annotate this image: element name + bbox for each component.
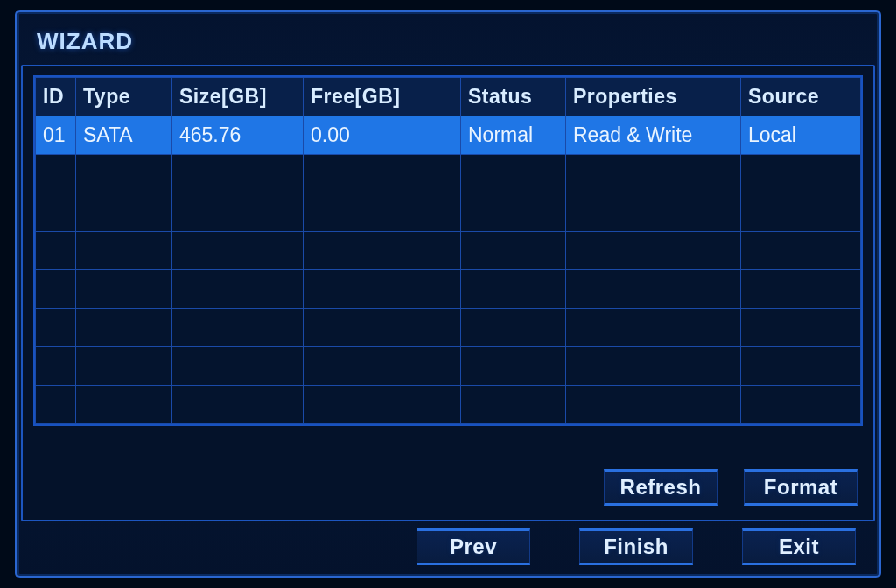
cell-empty: . (741, 309, 861, 347)
cell-empty: . (172, 309, 304, 347)
prev-button[interactable]: Prev (416, 528, 530, 565)
cell-empty: . (566, 347, 741, 386)
cell-empty: . (304, 347, 461, 386)
cell-empty: . (741, 193, 861, 232)
table-row[interactable]: ....... (36, 347, 861, 386)
cell-source: Local (741, 116, 861, 155)
cell-empty: . (76, 347, 172, 386)
cell-empty: . (76, 309, 172, 347)
cell-empty: . (304, 155, 461, 193)
col-status: Status (461, 78, 566, 116)
col-source: Source (741, 78, 861, 116)
cell-empty: . (36, 155, 76, 193)
table-header-row: ID Type Size[GB] Free[GB] Status Propert… (36, 78, 861, 116)
table-actions: Refresh Format (33, 453, 863, 511)
table-row[interactable]: ....... (36, 232, 861, 270)
col-size: Size[GB] (172, 78, 304, 116)
cell-empty: . (172, 232, 304, 270)
format-button[interactable]: Format (744, 469, 858, 506)
cell-properties: Read & Write (566, 116, 741, 155)
cell-empty: . (566, 270, 741, 309)
cell-empty: . (36, 309, 76, 347)
cell-empty: . (461, 155, 566, 193)
cell-empty: . (461, 309, 566, 347)
cell-empty: . (304, 193, 461, 232)
table-row[interactable]: ....... (36, 309, 861, 347)
cell-empty: . (304, 270, 461, 309)
disk-table: ID Type Size[GB] Free[GB] Status Propert… (35, 77, 861, 424)
col-free: Free[GB] (304, 78, 461, 116)
cell-empty: . (172, 155, 304, 193)
cell-empty: . (566, 309, 741, 347)
cell-empty: . (172, 193, 304, 232)
cell-empty: . (461, 270, 566, 309)
dialog-footer: Prev Finish Exit (21, 522, 875, 572)
cell-empty: . (741, 155, 861, 193)
cell-empty: . (461, 386, 566, 424)
dialog-title: WIZARD (21, 16, 875, 65)
cell-empty: . (36, 232, 76, 270)
cell-empty: . (461, 232, 566, 270)
exit-button[interactable]: Exit (742, 528, 856, 565)
cell-empty: . (566, 193, 741, 232)
cell-empty: . (172, 270, 304, 309)
cell-empty: . (36, 386, 76, 424)
cell-empty: . (304, 232, 461, 270)
cell-empty: . (76, 270, 172, 309)
cell-empty: . (741, 347, 861, 386)
cell-empty: . (741, 386, 861, 424)
cell-empty: . (36, 193, 76, 232)
cell-empty: . (741, 232, 861, 270)
cell-type: SATA (76, 116, 172, 155)
cell-empty: . (566, 155, 741, 193)
cell-empty: . (461, 347, 566, 386)
cell-status: Normal (461, 116, 566, 155)
refresh-button[interactable]: Refresh (604, 469, 718, 506)
cell-empty: . (76, 232, 172, 270)
cell-id: 01 (36, 116, 76, 155)
table-row[interactable]: ....... (36, 193, 861, 232)
cell-empty: . (461, 193, 566, 232)
col-id: ID (36, 78, 76, 116)
disk-table-wrap: ID Type Size[GB] Free[GB] Status Propert… (33, 75, 863, 426)
col-properties: Properties (566, 78, 741, 116)
table-row[interactable]: ....... (36, 386, 861, 424)
cell-empty: . (566, 232, 741, 270)
cell-size: 465.76 (172, 116, 304, 155)
cell-empty: . (36, 270, 76, 309)
table-row[interactable]: ....... (36, 270, 861, 309)
cell-free: 0.00 (304, 116, 461, 155)
col-type: Type (76, 78, 172, 116)
cell-empty: . (304, 386, 461, 424)
cell-empty: . (741, 270, 861, 309)
cell-empty: . (76, 193, 172, 232)
cell-empty: . (172, 347, 304, 386)
cell-empty: . (76, 155, 172, 193)
cell-empty: . (76, 386, 172, 424)
finish-button[interactable]: Finish (579, 528, 693, 565)
table-row[interactable]: 01SATA465.760.00NormalRead & WriteLocal (36, 116, 861, 155)
cell-empty: . (172, 386, 304, 424)
cell-empty: . (304, 309, 461, 347)
cell-empty: . (566, 386, 741, 424)
table-body: 01SATA465.760.00NormalRead & WriteLocal.… (36, 116, 861, 424)
cell-empty: . (36, 347, 76, 386)
table-row[interactable]: ....... (36, 155, 861, 193)
dialog-body: ID Type Size[GB] Free[GB] Status Propert… (21, 65, 875, 522)
wizard-dialog: WIZARD ID Type Size[GB] Free[GB] Status … (15, 10, 881, 578)
